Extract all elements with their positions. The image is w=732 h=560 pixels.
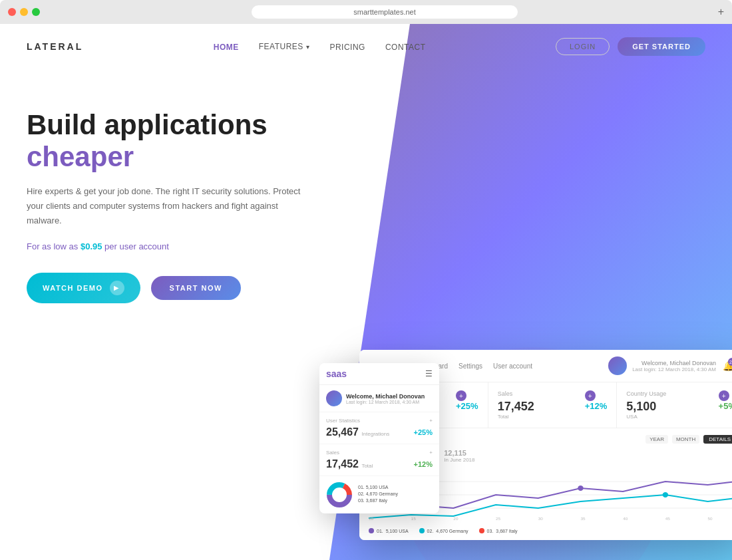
svg-text:25: 25 xyxy=(496,516,501,521)
hero-buttons: WATCH DEMO ▶ START NOW xyxy=(27,273,319,303)
svg-point-3 xyxy=(578,486,583,491)
stat-add-btn-1[interactable]: + xyxy=(456,390,466,401)
dashboard-small-avatar xyxy=(326,390,342,406)
stat-sub-3: USA xyxy=(626,414,666,420)
nav-item-contact[interactable]: CONTACT xyxy=(385,41,426,53)
price-suffix: per user account xyxy=(102,241,168,251)
play-icon: ▶ xyxy=(110,281,124,295)
start-now-button[interactable]: START NOW xyxy=(151,276,241,300)
stat-value-2: 17,452 xyxy=(498,400,534,414)
svg-text:15: 15 xyxy=(411,516,417,521)
svg-point-4 xyxy=(663,492,668,497)
pie-legend: 01. 5,100 USA 02. 4,670 Germany 03. 3,68… xyxy=(358,485,398,505)
dash-nav-useraccount[interactable]: User account xyxy=(493,362,532,370)
stat-label-3: Country Usage xyxy=(626,390,666,397)
nav-actions: LOGIN GET STARTED xyxy=(556,37,705,56)
hero-subtitle: Hire experts & get your job done. The ri… xyxy=(27,184,306,228)
stat-add-btn-3[interactable]: + xyxy=(719,390,729,401)
new-tab-button[interactable]: + xyxy=(718,6,724,18)
chart-legend: 01. 5,100 USA 02. 4,670 Germany 03. 3,68… xyxy=(369,528,732,533)
stat-card-country: Country Usage 5,100 USA + +5% xyxy=(617,382,732,428)
small-section-change-1: +25% xyxy=(414,428,433,436)
legend-value-usa: 5,100 USA xyxy=(386,529,409,533)
dashboard-small-logo: saas xyxy=(326,368,347,379)
dashboard-username: Michael Donovan xyxy=(669,360,716,366)
stat-card-sales: Sales 17,452 Total + +12% xyxy=(488,382,617,428)
svg-text:10: 10 xyxy=(369,516,374,521)
dashboard-lastlogin: Last login: 12 March 2018, 4:30 AM xyxy=(632,366,716,372)
legend-item-germany: 02. 4,670 Germany xyxy=(419,528,468,533)
nav-links: HOME FEATURES ▾ PRICING CONTACT xyxy=(214,41,426,53)
watch-demo-button[interactable]: WATCH DEMO ▶ xyxy=(27,273,140,303)
chart-stat-june: 12,115 In June 2018 xyxy=(444,449,474,463)
dashboard-small-lastlogin: Last login: 12 March 2018, 4:30 AM xyxy=(346,400,425,404)
maximize-button[interactable] xyxy=(32,8,40,16)
login-button[interactable]: LOGIN xyxy=(556,38,610,55)
small-section-change-2: +12% xyxy=(414,460,433,468)
url-text: smarttemplates.net xyxy=(353,8,416,16)
address-bar[interactable]: smarttemplates.net xyxy=(252,5,518,19)
price-text: For as low as xyxy=(27,241,81,251)
small-section-value-1: 25,467 xyxy=(326,426,359,438)
close-button[interactable] xyxy=(8,8,16,16)
year-select[interactable]: YEAR xyxy=(645,435,668,444)
price-amount: $0.95 xyxy=(81,241,102,251)
watch-demo-label: WATCH DEMO xyxy=(43,284,103,292)
small-section-value-2: 17,452 xyxy=(326,458,359,470)
small-section-plus-1[interactable]: + xyxy=(429,418,433,424)
get-started-button[interactable]: GET STARTED xyxy=(618,37,705,56)
stat-change-2: +12% xyxy=(585,401,608,411)
minimize-button[interactable] xyxy=(20,8,28,16)
dashboard-small-username: Welcome, Michael Donovan xyxy=(346,393,425,400)
dashboard-small-sales: Sales + 17,452 Total +12% xyxy=(319,444,439,476)
svg-point-16 xyxy=(329,485,349,505)
legend-value-italy: 3,687 Italy xyxy=(496,529,517,533)
bell-icon[interactable]: 🔔 25 xyxy=(721,359,732,372)
nav-item-home[interactable]: HOME xyxy=(214,41,239,53)
details-button[interactable]: DETAILS xyxy=(703,435,732,444)
nav-link-contact[interactable]: CONTACT xyxy=(385,43,426,52)
dashboard-welcome: Welcome, Michael Donovan xyxy=(632,360,716,366)
hero-price: For as low as $0.95 per user account xyxy=(27,241,319,251)
nav-link-features[interactable]: FEATURES ▾ xyxy=(259,42,310,51)
dashboard-small-pie: 01. 5,100 USA 02. 4,670 Germany 03. 3,68… xyxy=(319,476,439,513)
dashboard-user-info: Welcome, Michael Donovan Last login: 12 … xyxy=(632,360,716,372)
nav-item-features[interactable]: FEATURES ▾ xyxy=(259,42,310,51)
content-area: LATERAL HOME FEATURES ▾ PRICING CONTACT … xyxy=(0,24,732,560)
browser-chrome: smarttemplates.net + xyxy=(0,0,732,24)
legend-value-germany: 4,670 Germany xyxy=(436,529,468,533)
small-section-title-1: User Statistics xyxy=(326,418,360,424)
month-select[interactable]: MONTH xyxy=(672,435,699,444)
stat-change-1: +25% xyxy=(456,401,478,411)
hamburger-icon[interactable]: ☰ xyxy=(425,369,433,378)
hero-content: Build applications cheaper Hire experts … xyxy=(0,69,346,303)
dashboard-small-user: Welcome, Michael Donovan Last login: 12 … xyxy=(319,385,439,412)
svg-text:40: 40 xyxy=(623,516,628,521)
navbar: LATERAL HOME FEATURES ▾ PRICING CONTACT … xyxy=(0,24,732,69)
logo: LATERAL xyxy=(27,41,83,52)
nav-item-pricing[interactable]: PRICING xyxy=(329,41,365,53)
pie-legend-germany: 02. 4,670 Germany xyxy=(358,491,398,496)
pie-legend-usa: 01. 5,100 USA xyxy=(358,485,398,490)
pie-chart xyxy=(326,482,353,508)
stat-value-3: 5,100 xyxy=(626,400,666,414)
chart-stat-sub-3: In June 2018 xyxy=(444,457,474,463)
legend-dot-purple xyxy=(369,528,374,533)
chevron-down-icon: ▾ xyxy=(306,43,310,51)
stat-add-btn-2[interactable]: + xyxy=(585,390,596,401)
dashboard-user: Welcome, Michael Donovan Last login: 12 … xyxy=(608,356,732,375)
dashboard-small: saas ☰ Welcome, Michael Donovan Last log… xyxy=(319,363,439,513)
svg-text:20: 20 xyxy=(453,516,458,521)
nav-link-home[interactable]: HOME xyxy=(214,43,239,52)
dashboard-small-stats: User Statistics + 25,467 Integrations +2… xyxy=(319,412,439,444)
chart-stat-value-3: 12,115 xyxy=(444,449,474,457)
svg-text:30: 30 xyxy=(538,516,544,521)
pie-legend-italy: 03. 3,687 Italy xyxy=(358,498,398,503)
nav-link-pricing[interactable]: PRICING xyxy=(329,43,365,52)
traffic-lights xyxy=(8,8,40,16)
legend-dot-red xyxy=(479,528,484,533)
dash-nav-settings[interactable]: Settings xyxy=(458,362,482,370)
hero-title-main: Build applications xyxy=(27,109,268,140)
legend-dot-teal xyxy=(419,528,425,533)
small-section-plus-2[interactable]: + xyxy=(429,450,433,456)
